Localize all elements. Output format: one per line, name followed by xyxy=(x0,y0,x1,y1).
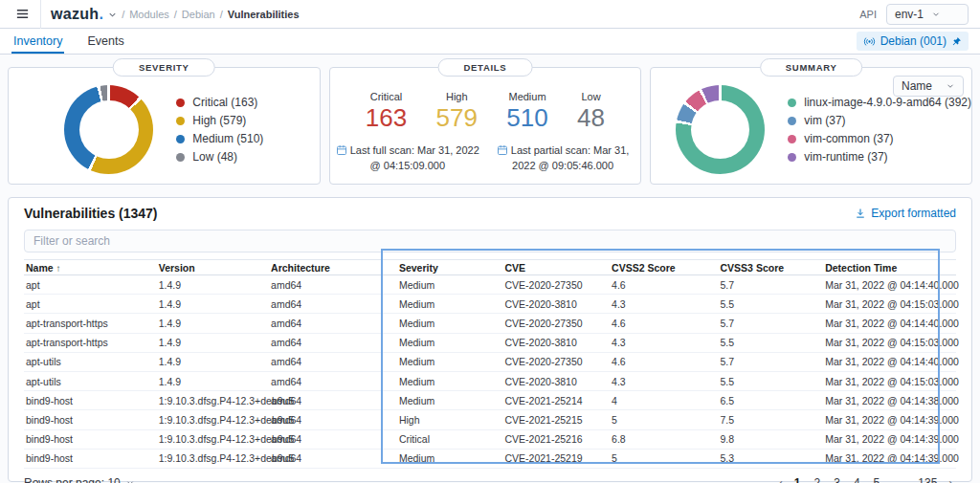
table-cell: apt-utils xyxy=(26,356,159,367)
table-row[interactable]: bind9-host1:9.10.3.dfsg.P4-12.3+deb9u5am… xyxy=(24,410,956,429)
breadcrumb-debian[interactable]: Debian xyxy=(182,9,215,20)
pagination-page[interactable]: 3 xyxy=(829,474,845,483)
table-cell: 5.3 xyxy=(721,452,826,464)
legend-label: Medium (510) xyxy=(192,132,263,145)
table-row[interactable]: apt1.4.9amd64MediumCVE-2020-38104.35.5Ma… xyxy=(24,295,956,314)
legend-dot-icon xyxy=(176,117,185,125)
table-row[interactable]: apt-transport-https1.4.9amd64MediumCVE-2… xyxy=(24,334,956,353)
legend-item[interactable]: Medium (510) xyxy=(176,132,263,145)
hamburger-menu-icon[interactable] xyxy=(11,4,33,25)
table-cell: Mar 31, 2022 @ 04:14:39.000 xyxy=(825,414,959,426)
table-cell: 1.4.9 xyxy=(159,279,271,291)
table-row[interactable]: apt1.4.9amd64MediumCVE-2020-273504.65.7M… xyxy=(24,275,956,295)
pagination-prev[interactable]: ‹ xyxy=(775,475,786,483)
vulnerabilities-card: Vulnerabilities (1347) Export formatted … xyxy=(8,197,972,482)
sort-ascending-icon: ↑ xyxy=(56,263,61,274)
last-full-scan: Last full scan: Mar 31, 2022 @ 04:15:09.… xyxy=(330,143,485,174)
table-cell: Medium xyxy=(399,376,505,387)
severity-legend: Critical (163)High (579)Medium (510)Low … xyxy=(176,96,263,164)
pagination-page[interactable]: 4 xyxy=(849,474,865,483)
table-cell: Medium xyxy=(399,337,505,348)
table-cell: Medium xyxy=(399,279,505,291)
vulnerabilities-title: Vulnerabilities (1347) xyxy=(24,206,158,221)
table-row[interactable]: apt-utils1.4.9amd64MediumCVE-2020-38104.… xyxy=(24,372,956,391)
pagination: ‹12345…135› xyxy=(775,474,956,483)
legend-item[interactable]: linux-image-4.9.0-9-amd64 (392) xyxy=(788,96,971,109)
search-input[interactable] xyxy=(24,230,956,252)
legend-item[interactable]: High (579) xyxy=(176,114,263,127)
tab-bar: Inventory Events Debian (001) xyxy=(0,29,980,55)
export-formatted-button[interactable]: Export formatted xyxy=(855,207,956,220)
table-row[interactable]: bind9-host1:9.10.3.dfsg.P4-12.3+deb9u5am… xyxy=(24,391,956,410)
stat-value[interactable]: 510 xyxy=(506,104,547,133)
agent-badge[interactable]: Debian (001) xyxy=(857,32,969,51)
table-cell: CVE-2021-25219 xyxy=(505,452,612,464)
table-cell: 5.5 xyxy=(721,337,826,348)
calendar-icon xyxy=(336,144,347,156)
table-cell: Medium xyxy=(399,395,505,406)
table-cell: Mar 31, 2022 @ 04:14:38.000 xyxy=(825,395,959,406)
table-cell: CVE-2020-3810 xyxy=(505,337,612,348)
summary-sort-select[interactable]: Name xyxy=(893,76,964,97)
legend-item[interactable]: vim (37) xyxy=(788,114,971,127)
rows-per-page-select[interactable]: Rows per page: 10 xyxy=(24,476,135,483)
table-cell: 5.5 xyxy=(721,298,826,310)
column-header[interactable]: CVSS3 Score xyxy=(721,262,826,274)
pagination-page[interactable]: 2 xyxy=(810,474,826,483)
severity-donut-chart[interactable] xyxy=(64,85,153,174)
table-cell: 4 xyxy=(612,395,720,406)
table-cell: Medium xyxy=(399,298,505,310)
table-cell: Mar 31, 2022 @ 04:14:40.000 xyxy=(825,356,959,367)
severity-panel-title: SEVERITY xyxy=(113,58,215,77)
severity-stats: Critical163High579Medium510Low48 xyxy=(330,91,641,133)
summary-panel: SUMMARY Name linux-image-4.9.0-9-amd64 (… xyxy=(650,67,972,185)
top-bar: wazuh. / Modules / Debian / Vulnerabilit… xyxy=(0,0,980,29)
wazuh-logo[interactable]: wazuh. xyxy=(51,6,103,23)
pagination-page[interactable]: 1 xyxy=(790,474,806,483)
api-env-select[interactable]: env-1 xyxy=(886,4,969,25)
column-header[interactable]: Name↑ xyxy=(26,262,159,274)
tab-inventory[interactable]: Inventory xyxy=(11,30,64,54)
table-cell: Mar 31, 2022 @ 04:14:40.000 xyxy=(825,279,959,291)
stat-value[interactable]: 48 xyxy=(577,104,605,133)
summary-donut-chart[interactable] xyxy=(676,85,765,174)
breadcrumb-modules[interactable]: Modules xyxy=(129,9,169,20)
table-cell: apt xyxy=(26,298,159,310)
table-cell: Mar 31, 2022 @ 04:15:03.000 xyxy=(825,376,959,387)
table-cell: CVE-2020-27350 xyxy=(505,318,612,329)
column-header[interactable]: Architecture xyxy=(271,262,399,274)
column-header[interactable]: Severity xyxy=(399,262,505,274)
stat-value[interactable]: 579 xyxy=(436,104,478,133)
pagination-page[interactable]: 5 xyxy=(869,474,885,483)
column-header[interactable]: CVE xyxy=(505,262,612,274)
column-header[interactable]: Detection Time xyxy=(825,262,954,274)
column-header[interactable]: Version xyxy=(159,262,271,274)
table-cell: Medium xyxy=(399,356,505,367)
table-cell: 1.4.9 xyxy=(159,337,271,348)
table-row[interactable]: bind9-host1:9.10.3.dfsg.P4-12.3+deb9u5am… xyxy=(24,450,956,469)
legend-item[interactable]: vim-common (37) xyxy=(788,132,971,145)
pagination-next[interactable]: › xyxy=(946,475,956,483)
stat-label: Critical xyxy=(366,91,407,102)
legend-item[interactable]: Critical (163) xyxy=(176,96,263,109)
table-row[interactable]: apt-utils1.4.9amd64MediumCVE-2020-273504… xyxy=(24,353,956,372)
legend-dot-icon xyxy=(176,153,185,162)
chevron-down-icon[interactable] xyxy=(107,10,118,20)
legend-label: High (579) xyxy=(192,114,246,127)
pagination-page[interactable]: 135 xyxy=(913,474,942,483)
stat-value[interactable]: 163 xyxy=(366,104,407,133)
table-row[interactable]: bind9-host1:9.10.3.dfsg.P4-12.3+deb9u5am… xyxy=(24,430,956,450)
legend-dot-icon xyxy=(176,99,185,107)
table-row[interactable]: apt-transport-https1.4.9amd64MediumCVE-2… xyxy=(24,314,956,333)
legend-item[interactable]: vim-runtime (37) xyxy=(788,150,971,164)
table-cell: Mar 31, 2022 @ 04:15:03.000 xyxy=(825,337,959,348)
table-cell: Mar 31, 2022 @ 04:14:39.000 xyxy=(825,452,959,464)
legend-item[interactable]: Low (48) xyxy=(176,150,263,164)
chevron-down-icon xyxy=(931,10,941,19)
pin-icon[interactable] xyxy=(951,36,962,47)
severity-stat: Low48 xyxy=(577,91,605,133)
table-cell: amd64 xyxy=(271,395,399,406)
tab-events[interactable]: Events xyxy=(85,30,125,54)
calendar-icon xyxy=(497,144,508,156)
column-header[interactable]: CVSS2 Score xyxy=(612,262,720,274)
